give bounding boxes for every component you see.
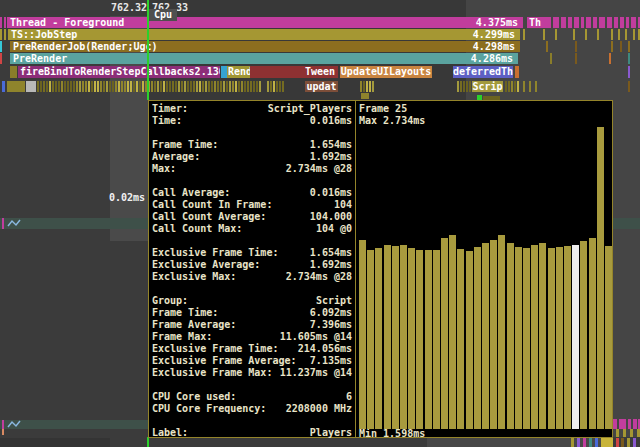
box-label: Rend xyxy=(228,67,252,77)
histogram-bar xyxy=(408,248,415,429)
histogram-bar xyxy=(474,247,481,429)
stripe xyxy=(67,81,69,92)
tick xyxy=(10,66,17,78)
thread-row-label: Thread - Foreground xyxy=(7,18,124,28)
box-updat[interactable]: updat xyxy=(305,81,338,92)
tick xyxy=(633,438,636,447)
histogram-bar xyxy=(433,250,440,429)
tooltip-line: Time:0.016ms xyxy=(152,115,352,127)
tooltip-line: Call Average:0.016ms xyxy=(152,187,352,199)
histogram-bar xyxy=(572,245,579,429)
tick xyxy=(0,53,2,64)
box-label: updat xyxy=(306,82,336,92)
histogram-bar xyxy=(539,243,546,429)
histogram-bar xyxy=(384,245,391,429)
stripe xyxy=(37,81,39,92)
tick xyxy=(7,81,25,92)
box-scrip[interactable]: Scrip xyxy=(472,81,503,92)
tooltip-line: Exclusive Frame Average:7.135ms xyxy=(152,355,352,367)
tooltip-line xyxy=(152,283,352,295)
stripe xyxy=(61,81,63,92)
tick xyxy=(2,81,5,92)
row-prerender[interactable]: PreRender 4.286ms xyxy=(10,53,518,64)
histogram-bar xyxy=(531,245,538,429)
histogram-bar xyxy=(425,250,432,429)
tooltip-line: Call Count In Frame:104 xyxy=(152,199,352,211)
stripe xyxy=(76,81,78,92)
stripe xyxy=(52,81,54,92)
tick xyxy=(621,438,624,447)
stripe xyxy=(94,81,96,92)
tooltip-line xyxy=(152,379,352,391)
tooltip-line: Frame Time:6.092ms xyxy=(152,307,352,319)
tooltip-line: Frame Average:7.396ms xyxy=(152,319,352,331)
stripe xyxy=(58,81,60,92)
teal-row-lower[interactable] xyxy=(0,420,148,429)
histogram-bar xyxy=(523,248,530,429)
box-deferredth[interactable]: deferredTh xyxy=(453,66,513,78)
cpu-group-label-text: Cpu xyxy=(154,10,172,20)
tick xyxy=(26,81,36,92)
tooltip-line: Timer:Script_Players xyxy=(152,103,352,115)
box-tween[interactable]: Tween xyxy=(250,66,338,78)
stripe xyxy=(91,81,93,92)
tooltip-line: Call Count Average:104.000 xyxy=(152,211,352,223)
histogram-bar xyxy=(466,251,473,429)
tooltip-line: CPU Core used:6 xyxy=(152,391,352,403)
tick xyxy=(2,429,4,435)
histogram-bar xyxy=(392,246,399,429)
tick xyxy=(0,29,2,40)
row-firebind-callbacks[interactable]: fireBindToRenderStepCallbacks 2.130ms xyxy=(18,66,220,78)
tick xyxy=(0,17,2,28)
row-label: PreRender xyxy=(10,54,67,64)
histogram xyxy=(357,102,612,429)
row-label: fireBindToRenderStepCallbacks xyxy=(18,67,195,77)
thread-tail-box[interactable]: Th xyxy=(527,17,543,28)
tooltip-line xyxy=(152,175,352,187)
tick xyxy=(4,29,6,40)
stripe xyxy=(64,81,66,92)
box-label: deferredTh xyxy=(453,67,513,77)
tooltip-line: Exclusive Max:2.734ms @28 xyxy=(152,271,352,283)
histogram-bar xyxy=(490,240,497,429)
box-label: Tween xyxy=(305,67,338,77)
tooltip-line: Frame Max:11.605ms @14 xyxy=(152,331,352,343)
row-label: PreRenderJob(Render;Ugc) xyxy=(10,42,158,52)
stripe xyxy=(55,81,57,92)
histogram-bar xyxy=(449,235,456,429)
histogram-bar xyxy=(605,246,612,429)
histogram-bar xyxy=(597,127,604,429)
scribble-icon xyxy=(7,219,21,228)
thread-row-duration: 4.375ms xyxy=(476,18,523,28)
histogram-bar xyxy=(507,243,514,429)
tick xyxy=(616,438,619,447)
histogram-bar xyxy=(589,238,596,429)
tooltip-stats-panel: Timer:Script_PlayersTime:0.016msFrame Ti… xyxy=(148,100,356,438)
time-ruler[interactable]: 762.32 762.33 xyxy=(0,0,640,16)
stripe xyxy=(79,81,81,92)
tooltip-line: Frame Time:1.654ms xyxy=(152,139,352,151)
span-duration-label: 0.02ms xyxy=(85,192,145,203)
tooltip-line xyxy=(152,127,352,139)
histogram-bar xyxy=(498,235,505,429)
histogram-bar xyxy=(416,250,423,429)
bg-bottom-light xyxy=(427,438,613,447)
tooltip-line: Exclusive Frame Time:1.654ms xyxy=(152,247,352,259)
histogram-bar xyxy=(548,248,555,429)
tooltip-line: Exclusive Frame Max:11.237ms @14 xyxy=(152,367,352,379)
row-duration: 4.286ms xyxy=(471,54,518,64)
cpu-group-label: Cpu xyxy=(149,9,177,21)
histogram-bar xyxy=(482,243,489,429)
profiler-window: 762.32 762.33 Thread - Foreground 4.375m… xyxy=(0,0,640,447)
box-updateuilayouts[interactable]: UpdateUILayouts xyxy=(340,66,432,78)
tooltip-line: Max:2.734ms @28 xyxy=(152,163,352,175)
stripe xyxy=(82,81,84,92)
tick xyxy=(627,438,630,447)
stripe xyxy=(49,81,51,92)
tooltip-line: Exclusive Average:1.692ms xyxy=(152,259,352,271)
row-ts-jobstep[interactable]: TS::JobStep 4.299ms xyxy=(8,29,520,40)
stripe xyxy=(40,81,42,92)
ruler-label-left: 762.32 xyxy=(87,2,147,13)
thread-row-foreground[interactable]: Thread - Foreground 4.375ms xyxy=(7,17,523,28)
row-prerenderjob[interactable]: PreRenderJob(Render;Ugc) 4.298ms xyxy=(10,41,520,52)
